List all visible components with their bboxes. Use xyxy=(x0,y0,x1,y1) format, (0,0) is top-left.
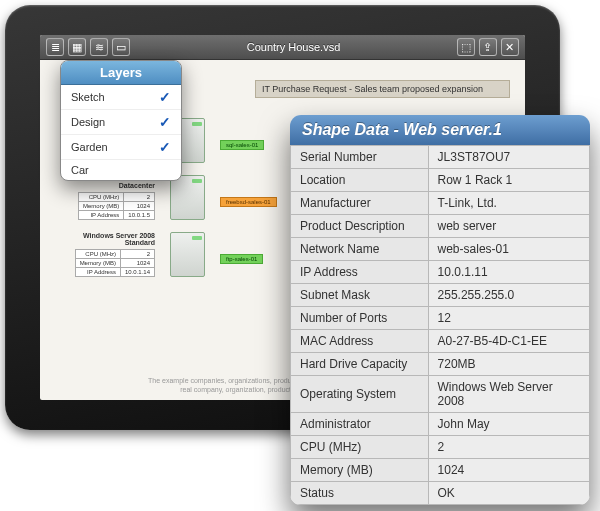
server-tag-wrap: freebsd-sales-01 xyxy=(220,189,277,207)
checkmark-icon: ✓ xyxy=(159,139,171,155)
server-icon[interactable] xyxy=(170,175,205,220)
toolbar-left: ≣ ▦ ≋ ▭ xyxy=(46,38,130,56)
table-row: Hard Drive Capacity720MB xyxy=(291,353,590,376)
share-icon[interactable]: ⇪ xyxy=(479,38,497,56)
table-row: CPU (MHz)2 xyxy=(291,436,590,459)
property-name: Location xyxy=(291,169,429,192)
property-name: Product Description xyxy=(291,215,429,238)
table-row: LocationRow 1 Rack 1 xyxy=(291,169,590,192)
shape-data-title: Shape Data - Web server.1 xyxy=(290,115,590,145)
property-name: Serial Number xyxy=(291,146,429,169)
table-row: IP Address10.0.1.11 xyxy=(291,261,590,284)
layer-label: Design xyxy=(71,116,105,128)
table-row: Operating SystemWindows Web Server 2008 xyxy=(291,376,590,413)
property-name: IP Address xyxy=(291,261,429,284)
property-name: Manufacturer xyxy=(291,192,429,215)
server-tag: ftp-sales-01 xyxy=(220,254,263,264)
toolbar: ≣ ▦ ≋ ▭ Country House.vsd ⬚ ⇪ ✕ xyxy=(40,35,525,60)
property-value: 10.0.1.11 xyxy=(428,261,589,284)
table-row: Serial NumberJL3ST87OU7 xyxy=(291,146,590,169)
layer-row[interactable]: Design✓ xyxy=(61,110,181,135)
property-name: Network Name xyxy=(291,238,429,261)
table-row: Memory (MB)1024 xyxy=(291,459,590,482)
property-value: 2 xyxy=(428,436,589,459)
property-value: web server xyxy=(428,215,589,238)
server-icon[interactable] xyxy=(170,232,205,277)
list-icon[interactable]: ≣ xyxy=(46,38,64,56)
shape-data-panel: Shape Data - Web server.1 Serial NumberJ… xyxy=(290,115,590,505)
table-row: Number of Ports12 xyxy=(291,307,590,330)
property-name: Operating System xyxy=(291,376,429,413)
property-value: JL3ST87OU7 xyxy=(428,146,589,169)
page-icon[interactable]: ▭ xyxy=(112,38,130,56)
property-value: 1024 xyxy=(428,459,589,482)
layer-row[interactable]: Sketch✓ xyxy=(61,85,181,110)
banner: IT Purchase Request - Sales team propose… xyxy=(255,80,510,98)
layer-label: Sketch xyxy=(71,91,105,103)
toolbar-right: ⬚ ⇪ ✕ xyxy=(457,38,519,56)
property-value: OK xyxy=(428,482,589,505)
layers-header: Layers xyxy=(61,61,181,85)
close-icon[interactable]: ✕ xyxy=(501,38,519,56)
layer-row[interactable]: Car xyxy=(61,160,181,180)
property-name: MAC Address xyxy=(291,330,429,353)
server-tag: freebsd-sales-01 xyxy=(220,197,277,207)
table-row: Product Descriptionweb server xyxy=(291,215,590,238)
property-name: Status xyxy=(291,482,429,505)
checkmark-icon: ✓ xyxy=(159,89,171,105)
property-value: 12 xyxy=(428,307,589,330)
property-name: CPU (MHz) xyxy=(291,436,429,459)
table-row: Subnet Mask255.255.255.0 xyxy=(291,284,590,307)
document-title: Country House.vsd xyxy=(247,41,341,53)
table-row: StatusOK xyxy=(291,482,590,505)
server-tag-wrap: ftp-sales-01 xyxy=(220,246,275,264)
pdf-icon[interactable]: ⬚ xyxy=(457,38,475,56)
property-value: Row 1 Rack 1 xyxy=(428,169,589,192)
property-value: Windows Web Server 2008 xyxy=(428,376,589,413)
layer-label: Garden xyxy=(71,141,108,153)
shape-data-table: Serial NumberJL3ST87OU7LocationRow 1 Rac… xyxy=(290,145,590,505)
property-name: Hard Drive Capacity xyxy=(291,353,429,376)
checkmark-icon: ✓ xyxy=(159,114,171,130)
property-name: Memory (MB) xyxy=(291,459,429,482)
server-specs: Windows Server 2008 DatacenterCPU (MHz)2… xyxy=(55,175,155,220)
property-value: John May xyxy=(428,413,589,436)
table-row: Network Nameweb-sales-01 xyxy=(291,238,590,261)
layer-row[interactable]: Garden✓ xyxy=(61,135,181,160)
property-value: web-sales-01 xyxy=(428,238,589,261)
property-value: 720MB xyxy=(428,353,589,376)
table-row: ManufacturerT-Link, Ltd. xyxy=(291,192,590,215)
table-row: MAC AddressA0-27-B5-4D-C1-EE xyxy=(291,330,590,353)
property-value: T-Link, Ltd. xyxy=(428,192,589,215)
grid-icon[interactable]: ▦ xyxy=(68,38,86,56)
server-tag-wrap: sql-sales-01 xyxy=(220,132,275,150)
layers-icon[interactable]: ≋ xyxy=(90,38,108,56)
property-name: Administrator xyxy=(291,413,429,436)
layer-label: Car xyxy=(71,164,89,176)
property-name: Subnet Mask xyxy=(291,284,429,307)
server-tag: sql-sales-01 xyxy=(220,140,264,150)
table-row: AdministratorJohn May xyxy=(291,413,590,436)
property-name: Number of Ports xyxy=(291,307,429,330)
property-value: 255.255.255.0 xyxy=(428,284,589,307)
layers-popover: Layers Sketch✓Design✓Garden✓Car xyxy=(60,60,182,181)
property-value: A0-27-B5-4D-C1-EE xyxy=(428,330,589,353)
server-specs: Windows Server 2008 StandardCPU (MHz)2Me… xyxy=(55,232,155,277)
